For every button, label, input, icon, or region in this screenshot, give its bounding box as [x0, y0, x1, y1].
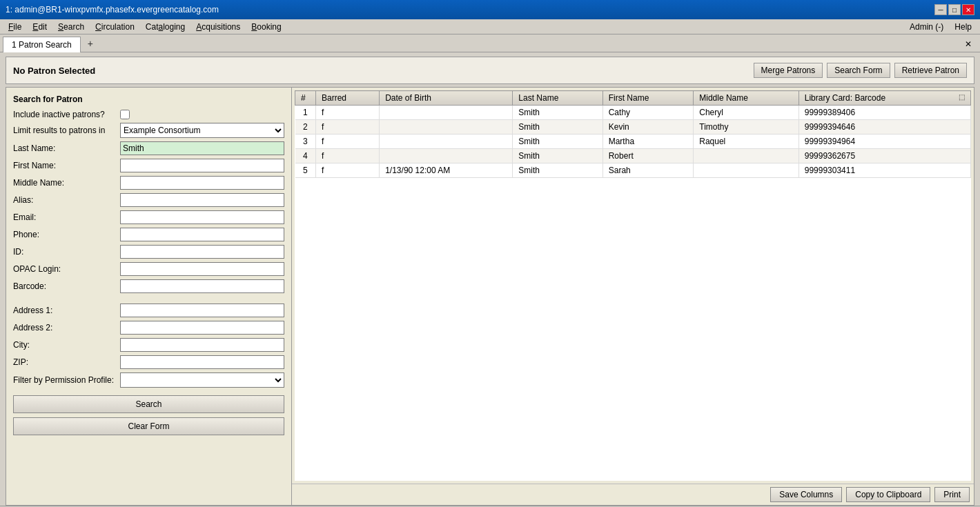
cell-lastname: Smith: [513, 106, 602, 120]
opac-login-row: OPAC Login:: [13, 262, 284, 276]
col-header-middlename[interactable]: Middle Name: [694, 91, 798, 106]
results-table-wrapper[interactable]: # Barred Date of Birth Last Name First N…: [295, 90, 971, 481]
col-header-firstname[interactable]: First Name: [602, 91, 694, 106]
col-header-num[interactable]: #: [295, 91, 316, 106]
opac-login-input[interactable]: [120, 262, 284, 276]
last-name-input[interactable]: [120, 141, 284, 155]
cell-lastname: Smith: [513, 163, 602, 178]
phone-row: Phone:: [13, 228, 284, 241]
menu-admin[interactable]: Admin (-): [904, 21, 949, 33]
cell-barcode: 99999394964: [798, 135, 970, 149]
menu-booking[interactable]: Booking: [246, 21, 286, 33]
city-row: City:: [13, 338, 284, 352]
first-name-label: First Name:: [13, 161, 120, 170]
email-input[interactable]: [120, 210, 284, 224]
cell-barcode: 99999362675: [798, 149, 970, 163]
middle-name-row: Middle Name:: [13, 176, 284, 190]
menu-help[interactable]: Help: [949, 21, 977, 33]
clear-form-button[interactable]: Clear Form: [13, 417, 284, 435]
middle-name-label: Middle Name:: [13, 178, 120, 188]
cell-barcode: 99999303411: [798, 163, 970, 178]
minimize-button[interactable]: ─: [934, 4, 947, 15]
header-buttons: Merge Patrons Search Form Retrieve Patro…: [754, 63, 967, 78]
print-button[interactable]: Print: [934, 487, 970, 502]
cell-middlename: Cheryl: [694, 106, 798, 120]
table-row[interactable]: 5 f 1/13/90 12:00 AM Smith Sarah 9999930…: [295, 163, 971, 178]
middle-name-input[interactable]: [120, 176, 284, 190]
cell-middlename: Timothy: [694, 120, 798, 135]
col-header-lastname[interactable]: Last Name: [513, 91, 602, 106]
cell-middlename: [694, 149, 798, 163]
window-controls: ─ □ ✕: [934, 4, 974, 15]
table-row[interactable]: 3 f Smith Martha Raquel 99999394964: [295, 135, 971, 149]
include-inactive-row: Include inactive patrons?: [13, 110, 284, 119]
col-header-barcode[interactable]: Library Card: Barcode ⬚: [798, 91, 970, 106]
tab-bar: 1 Patron Search + ✕: [0, 34, 980, 52]
barcode-input[interactable]: [120, 279, 284, 293]
cell-firstname: Robert: [602, 149, 694, 163]
cell-barred: f: [316, 149, 380, 163]
zip-label: ZIP:: [13, 357, 120, 367]
first-name-input[interactable]: [120, 159, 284, 172]
cell-firstname: Cathy: [602, 106, 694, 120]
address1-row: Address 1:: [13, 304, 284, 317]
menu-file[interactable]: File: [3, 21, 27, 33]
col-header-barred[interactable]: Barred: [316, 91, 380, 106]
id-label: ID:: [13, 247, 120, 257]
tab-add-button[interactable]: +: [82, 37, 99, 50]
close-button[interactable]: ✕: [962, 4, 974, 15]
address2-row: Address 2:: [13, 321, 284, 335]
cell-num: 4: [295, 149, 316, 163]
menu-acquisitions[interactable]: Acquisitions: [190, 21, 246, 33]
col-header-dob[interactable]: Date of Birth: [380, 91, 513, 106]
cell-dob: [380, 120, 513, 135]
phone-input[interactable]: [120, 228, 284, 241]
last-name-label: Last Name:: [13, 143, 120, 153]
copy-to-clipboard-button[interactable]: Copy to Clipboard: [846, 487, 930, 502]
maximize-button[interactable]: □: [948, 4, 961, 15]
col-resize-icon[interactable]: ⬚: [959, 93, 965, 101]
table-row[interactable]: 4 f Smith Robert 99999362675: [295, 149, 971, 163]
title-text: 1: admin@BR1-winxpvmfx.phasefx.evergreen…: [6, 5, 219, 14]
cell-dob: [380, 135, 513, 149]
menu-cataloging[interactable]: Cataloging: [140, 21, 190, 33]
cell-dob: [380, 106, 513, 120]
patron-status: No Patron Selected: [13, 66, 95, 76]
last-name-row: Last Name:: [13, 141, 284, 155]
cell-lastname: Smith: [513, 120, 602, 135]
menu-circulation[interactable]: Circulation: [90, 21, 140, 33]
search-button[interactable]: Search: [13, 395, 284, 413]
cell-lastname: Smith: [513, 135, 602, 149]
zip-input[interactable]: [120, 355, 284, 369]
address1-input[interactable]: [120, 304, 284, 317]
include-inactive-checkbox[interactable]: [120, 110, 130, 119]
header-bar: No Patron Selected Merge Patrons Search …: [6, 57, 974, 84]
tab-patron-search[interactable]: 1 Patron Search: [3, 37, 81, 52]
cell-middlename: [694, 163, 798, 178]
menu-search[interactable]: Search: [52, 21, 90, 33]
table-row[interactable]: 1 f Smith Cathy Cheryl 99999389406: [295, 106, 971, 120]
main-content: No Patron Selected Merge Patrons Search …: [0, 52, 980, 506]
include-inactive-label: Include inactive patrons?: [13, 110, 120, 119]
perm-profile-select[interactable]: [120, 372, 284, 388]
save-columns-button[interactable]: Save Columns: [770, 487, 842, 502]
merge-patrons-button[interactable]: Merge Patrons: [754, 63, 823, 78]
table-row[interactable]: 2 f Smith Kevin Timothy 99999394646: [295, 120, 971, 135]
cell-barred: f: [316, 135, 380, 149]
id-input[interactable]: [120, 245, 284, 259]
barcode-row: Barcode:: [13, 279, 284, 293]
retrieve-patron-button[interactable]: Retrieve Patron: [894, 63, 967, 78]
city-input[interactable]: [120, 338, 284, 352]
cell-num: 5: [295, 163, 316, 178]
alias-input[interactable]: [120, 193, 284, 207]
cell-barcode: 99999389406: [798, 106, 970, 120]
tab-close-button[interactable]: ✕: [959, 37, 977, 52]
address2-label: Address 2:: [13, 323, 120, 332]
alias-label: Alias:: [13, 195, 120, 205]
menu-edit[interactable]: Edit: [27, 21, 52, 33]
city-label: City:: [13, 340, 120, 350]
search-form-button[interactable]: Search Form: [827, 63, 890, 78]
limit-results-row: Limit results to patrons in Example Cons…: [13, 123, 284, 138]
address2-input[interactable]: [120, 321, 284, 335]
limit-results-select[interactable]: Example Consortium: [120, 123, 284, 138]
